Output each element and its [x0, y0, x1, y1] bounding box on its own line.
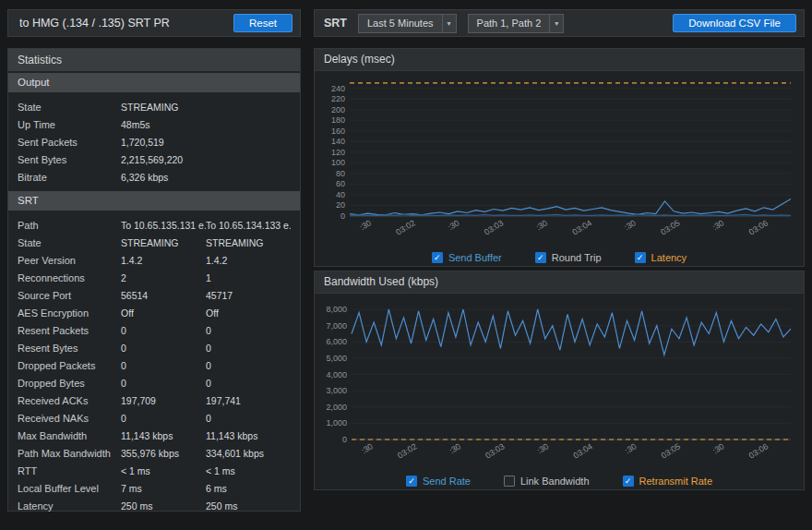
stat-value: 0 — [206, 413, 291, 424]
stat-value: 7 ms — [121, 483, 206, 494]
checkbox-checked-icon[interactable]: ✓ — [406, 476, 417, 487]
svg-text:03:02: 03:02 — [394, 218, 416, 236]
legend-item-round-trip[interactable]: ✓Round Trip — [535, 252, 602, 263]
checkbox-checked-icon[interactable]: ✓ — [432, 252, 443, 263]
legend-item-latency[interactable]: ✓Latency — [635, 252, 687, 263]
legend-label: Send Buffer — [448, 252, 502, 263]
stat-row: Max Bandwidth11,143 kbps11,143 kbps — [8, 427, 300, 444]
stat-label: Reconnections — [18, 272, 121, 283]
legend-item-send-buffer[interactable]: ✓Send Buffer — [432, 252, 502, 263]
svg-text:120: 120 — [331, 148, 345, 157]
svg-text:100: 100 — [331, 158, 345, 167]
path-select[interactable]: Path 1, Path 2 ▾ — [468, 14, 565, 33]
legend-label: Send Rate — [423, 476, 471, 487]
svg-text:0: 0 — [342, 435, 347, 444]
stat-row: Received NAKs00 — [8, 409, 300, 427]
stat-row: StateSTREAMING — [8, 98, 300, 115]
svg-text::30: :30 — [623, 218, 638, 232]
bandwidth-chart-panel: Bandwidth Used (kbps) 01,0002,0003,0004,… — [314, 271, 805, 490]
stream-header: to HMG (.134 / .135) SRT PR Reset — [7, 9, 301, 37]
stat-label: State — [18, 237, 121, 248]
stat-row: Local Buffer Level7 ms6 ms — [8, 479, 300, 497]
svg-text:03:06: 03:06 — [747, 218, 770, 236]
svg-text:8,000: 8,000 — [326, 305, 347, 314]
svg-text:03:02: 03:02 — [396, 441, 418, 460]
stat-label: Peer Version — [18, 255, 121, 266]
svg-text:03:03: 03:03 — [483, 218, 505, 236]
svg-text:200: 200 — [331, 105, 345, 114]
stat-value: 355,976 kbps — [121, 448, 206, 459]
stat-label: Dropped Packets — [18, 360, 121, 371]
stat-label: Latency — [18, 500, 121, 512]
legend-label: Latency — [651, 252, 687, 263]
path-select-value: Path 1, Path 2 — [469, 18, 550, 29]
stat-row: Up Time48m5s — [8, 115, 300, 133]
checkbox-unchecked-icon[interactable] — [504, 476, 515, 487]
stat-label: Up Time — [18, 119, 121, 130]
stat-label: RTT — [18, 465, 121, 476]
stat-value: STREAMING — [121, 102, 206, 113]
stat-row: Resent Packets00 — [8, 321, 300, 339]
stat-label: Resent Packets — [18, 325, 121, 336]
stat-row: RTT< 1 ms< 1 ms — [8, 462, 300, 479]
svg-text:03:04: 03:04 — [571, 441, 593, 460]
stat-value: 0 — [121, 343, 206, 354]
svg-text:4,000: 4,000 — [326, 370, 347, 379]
stat-value: < 1 ms — [206, 465, 291, 476]
stat-row: StateSTREAMINGSTREAMING — [8, 234, 300, 251]
stat-label: Source Port — [18, 290, 121, 301]
stat-row: Path Max Bandwidth355,976 kbps334,601 kb… — [8, 444, 300, 462]
delays-chart-plot: 020406080100120140160180200220240:3003:0… — [315, 71, 804, 247]
stat-value: Off — [206, 307, 291, 319]
stat-value: 0 — [121, 360, 206, 371]
srt-toolbar: SRT Last 5 Minutes ▾ Path 1, Path 2 ▾ Do… — [314, 9, 805, 37]
svg-text:80: 80 — [336, 169, 345, 178]
stat-value: 250 ms — [206, 500, 291, 512]
srt-section-header: SRT — [8, 191, 300, 211]
stat-value: 45717 — [206, 290, 291, 301]
stat-row: Source Port5651445717 — [8, 286, 300, 304]
stat-label: Dropped Bytes — [18, 378, 121, 389]
stat-value: 11,143 kbps — [206, 430, 291, 441]
stat-row: Dropped Bytes00 — [8, 374, 300, 391]
svg-text:6,000: 6,000 — [326, 337, 347, 346]
svg-text::30: :30 — [358, 218, 373, 232]
checkbox-checked-icon[interactable]: ✓ — [535, 252, 546, 263]
stat-value: 6 ms — [206, 483, 291, 494]
checkbox-checked-icon[interactable]: ✓ — [623, 476, 634, 487]
time-range-select[interactable]: Last 5 Minutes ▾ — [358, 14, 457, 33]
svg-text:7,000: 7,000 — [326, 321, 347, 331]
stat-value: To 10.65.134.133 e... — [206, 220, 291, 231]
stat-value: 2 — [121, 272, 206, 283]
stat-value: 11,143 kbps — [121, 430, 206, 441]
stat-row: PathTo 10.65.135.131 e...To 10.65.134.13… — [8, 216, 300, 234]
stat-label: Sent Bytes — [18, 154, 121, 165]
delays-chart-svg: 020406080100120140160180200220240:3003:0… — [318, 73, 800, 244]
stat-value: 334,601 kbps — [206, 448, 291, 459]
stat-row: Sent Packets1,720,519 — [8, 133, 300, 151]
legend-item-send-rate[interactable]: ✓Send Rate — [406, 476, 471, 487]
bandwidth-chart-legend: ✓Send RateLink Bandwidth✓Retransmit Rate — [315, 471, 804, 491]
svg-text:03:05: 03:05 — [659, 218, 681, 236]
svg-text:20: 20 — [336, 200, 345, 210]
stat-value: STREAMING — [121, 237, 206, 248]
svg-text::30: :30 — [360, 441, 375, 455]
reset-button[interactable]: Reset — [233, 14, 293, 32]
stat-label: AES Encryption — [18, 307, 121, 319]
svg-text:1,000: 1,000 — [326, 418, 347, 428]
stat-value: 0 — [121, 378, 206, 389]
stat-row: Reconnections21 — [8, 269, 300, 286]
stat-value: 197,709 — [121, 395, 206, 406]
checkbox-checked-icon[interactable]: ✓ — [635, 252, 646, 263]
stat-label: Max Bandwidth — [18, 430, 121, 441]
time-range-value: Last 5 Minutes — [359, 18, 442, 29]
svg-text:03:05: 03:05 — [660, 441, 682, 460]
download-csv-button[interactable]: Download CSV File — [673, 14, 796, 32]
svg-text:5,000: 5,000 — [326, 354, 347, 363]
legend-item-link-bandwidth[interactable]: Link Bandwidth — [504, 476, 590, 487]
svg-text:3,000: 3,000 — [326, 386, 347, 395]
svg-text:180: 180 — [331, 115, 345, 125]
legend-item-retransmit-rate[interactable]: ✓Retransmit Rate — [623, 476, 712, 487]
legend-label: Retransmit Rate — [639, 476, 712, 487]
stat-value: 56514 — [121, 290, 206, 301]
